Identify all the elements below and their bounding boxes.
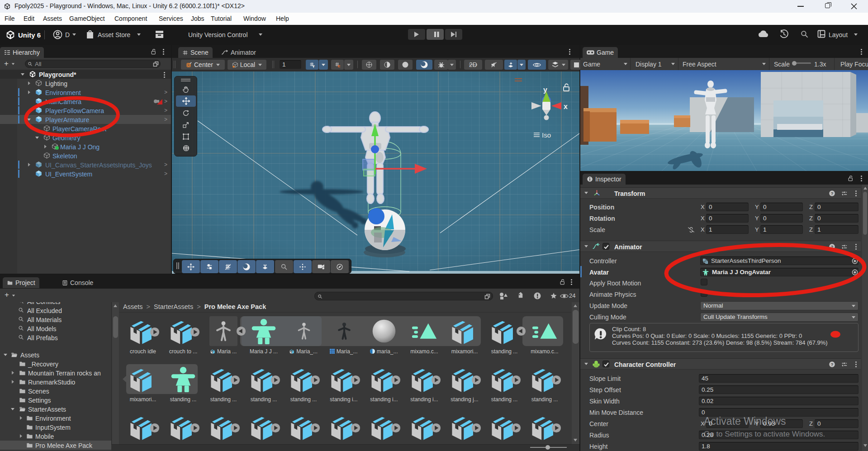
- svg-text:x: x: [564, 103, 568, 110]
- svg-text:Y: Y: [313, 65, 314, 68]
- svg-text:Iso: Iso: [542, 131, 551, 139]
